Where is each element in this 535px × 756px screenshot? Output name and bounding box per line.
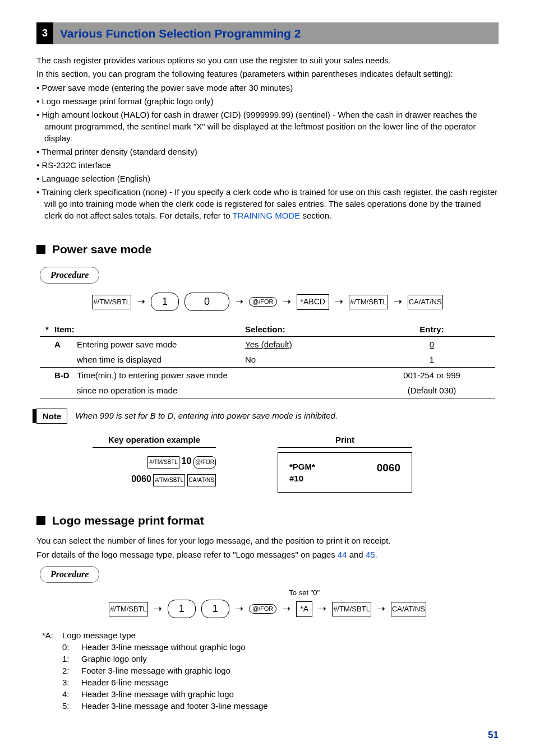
col-entry-header: Entry: bbox=[368, 323, 495, 335]
row-item: B-D bbox=[54, 369, 77, 381]
arrow-icon: ➝ bbox=[235, 602, 243, 616]
section-header: 3 Various Function Selection Programming… bbox=[36, 22, 499, 44]
print-example: Print *PGM* #10 0060 bbox=[278, 434, 412, 493]
procedure-pill: Procedure bbox=[40, 566, 99, 583]
row-entry: (Default 030) bbox=[368, 384, 495, 396]
intro-block: The cash register provides various optio… bbox=[36, 54, 499, 221]
power-save-heading: Power save mode bbox=[36, 241, 499, 257]
list-text: Header 3-line message without graphic lo… bbox=[81, 641, 246, 653]
arrow-icon: ➝ bbox=[335, 295, 343, 309]
col-star: * bbox=[40, 323, 54, 335]
row-desc: since no operation is made bbox=[77, 384, 245, 396]
row-selection: Yes (default) bbox=[245, 338, 368, 350]
arrow-icon: ➝ bbox=[377, 602, 385, 616]
digit-0-key: 0 bbox=[185, 293, 229, 311]
page-45-link[interactable]: 45 bbox=[366, 550, 375, 559]
arrow-icon: ➝ bbox=[283, 295, 291, 309]
bullet-item-training: Training clerk specification (none) - If… bbox=[36, 186, 499, 221]
intro-p2: In this section, you can program the fol… bbox=[36, 68, 499, 80]
for-key: @/FOR bbox=[249, 604, 276, 614]
col-selection-header: Selection: bbox=[245, 323, 368, 335]
row-desc: Time(min.) to entering power save mode bbox=[77, 369, 245, 381]
arrow-icon: ➝ bbox=[154, 602, 162, 616]
page-44-link[interactable]: 44 bbox=[338, 550, 347, 559]
abcd-key: *ABCD bbox=[297, 294, 329, 310]
tm-sbtl-key: #/TM/SBTL bbox=[332, 602, 371, 616]
list-text: Header 6-line message bbox=[81, 676, 168, 688]
to-set-zero-label: To set "0" bbox=[289, 588, 320, 598]
list-item: 1:Graphic logo only bbox=[42, 653, 499, 665]
list-num: 0: bbox=[62, 641, 81, 653]
section-number: 3 bbox=[36, 22, 53, 44]
arrow-icon: ➝ bbox=[318, 602, 326, 616]
row-desc: when time is displayed bbox=[77, 354, 245, 365]
intro-p1: The cash register provides various optio… bbox=[36, 54, 499, 66]
row-selection bbox=[245, 384, 368, 396]
caatns-key: CA/AT/NS bbox=[408, 295, 443, 309]
example-num: 10 bbox=[182, 456, 192, 466]
logo-type-list: *A: Logo message type 0:Header 3-line me… bbox=[42, 629, 499, 712]
caatns-key: CA/AT/NS bbox=[391, 602, 426, 616]
logo-p2: For details of the logo message type, pl… bbox=[36, 549, 499, 560]
row-entry: 0 bbox=[368, 338, 495, 350]
section-title: Various Function Selection Programming 2 bbox=[53, 22, 499, 44]
col-item-header: Item: bbox=[54, 323, 77, 335]
note-row: Note When 999 is set for B to D, enterin… bbox=[36, 409, 499, 424]
logo-p2a: For details of the logo message type, pl… bbox=[36, 550, 338, 559]
col-desc-header bbox=[77, 323, 245, 335]
list-num: 3: bbox=[62, 676, 81, 688]
digit-1-key: 1 bbox=[201, 600, 229, 618]
note-box: Note bbox=[36, 409, 67, 424]
bullet-item: Power save mode (entering the power save… bbox=[36, 82, 499, 94]
digit-1-key: 1 bbox=[168, 600, 196, 618]
bullet-item: High amount lockout (HALO) for cash in d… bbox=[36, 109, 499, 144]
print-example-header: Print bbox=[278, 434, 412, 448]
digit-1-key: 1 bbox=[151, 293, 179, 311]
note-text: When 999 is set for B to D, entering int… bbox=[75, 409, 499, 421]
for-key: @/FOR bbox=[193, 456, 216, 469]
logo-title: Logo message print format bbox=[52, 512, 204, 528]
row-entry: 1 bbox=[368, 354, 495, 365]
table-row: when time is displayed No 1 bbox=[40, 352, 495, 368]
key-example-header: Key operation example bbox=[93, 434, 216, 448]
list-item: 2:Footer 3-line message with graphic log… bbox=[42, 665, 499, 676]
print-box: *PGM* #10 0060 bbox=[278, 452, 412, 493]
list-header-b: Logo message type bbox=[62, 629, 136, 641]
tm-sbtl-key: #/TM/SBTL bbox=[349, 295, 388, 309]
print-left: *PGM* #10 bbox=[289, 461, 315, 484]
tm-sbtl-key: #/TM/SBTL bbox=[147, 456, 179, 469]
tm-sbtl-key: #/TM/SBTL bbox=[92, 295, 131, 309]
heading-square-icon bbox=[36, 245, 45, 254]
logo-and: and bbox=[347, 550, 366, 559]
list-text: Footer 3-line message with graphic logo bbox=[81, 665, 230, 676]
tm-sbtl-key: #/TM/SBTL bbox=[153, 474, 185, 486]
row-item bbox=[54, 384, 77, 396]
list-header: *A: Logo message type bbox=[42, 629, 499, 641]
list-text: Header 3-line message with graphic logo bbox=[81, 688, 234, 700]
table-row: since no operation is made (Default 030) bbox=[40, 383, 495, 398]
training-mode-link[interactable]: TRAINING MODE bbox=[232, 211, 300, 220]
logo-p2b: . bbox=[375, 550, 377, 559]
page-number: 51 bbox=[36, 729, 499, 742]
row-item: A bbox=[54, 338, 77, 350]
list-item: 4:Header 3-line message with graphic log… bbox=[42, 688, 499, 700]
heading-square-icon bbox=[36, 516, 45, 525]
row-entry: 001-254 or 999 bbox=[368, 369, 495, 381]
caatns-key: CA/AT/NS bbox=[187, 474, 216, 486]
list-num: 5: bbox=[62, 700, 81, 712]
power-save-key-flow: #/TM/SBTL ➝ 1 0 ➝ @/FOR ➝ *ABCD ➝ #/TM/S… bbox=[36, 293, 499, 311]
row-item bbox=[54, 354, 77, 365]
list-item: 5:Header 3-line message and footer 3-lin… bbox=[42, 700, 499, 712]
a-key: *A bbox=[296, 601, 312, 617]
arrow-icon: ➝ bbox=[282, 602, 290, 616]
table-row: A Entering power save mode Yes (default)… bbox=[40, 337, 495, 352]
intro-bullet-list: Power save mode (entering the power save… bbox=[36, 82, 499, 221]
bullet-item: RS-232C interface bbox=[36, 159, 499, 171]
arrow-icon: ➝ bbox=[235, 295, 243, 309]
logo-key-flow: #/TM/SBTL ➝ 1 1 ➝ @/FOR ➝ To set "0" *A … bbox=[36, 600, 499, 618]
logo-heading: Logo message print format bbox=[36, 512, 499, 528]
list-header-a: *A: bbox=[42, 629, 62, 641]
row-selection: No bbox=[245, 354, 368, 365]
bullet-item: Thermal printer density (standard densit… bbox=[36, 146, 499, 157]
procedure-pill: Procedure bbox=[40, 267, 99, 284]
